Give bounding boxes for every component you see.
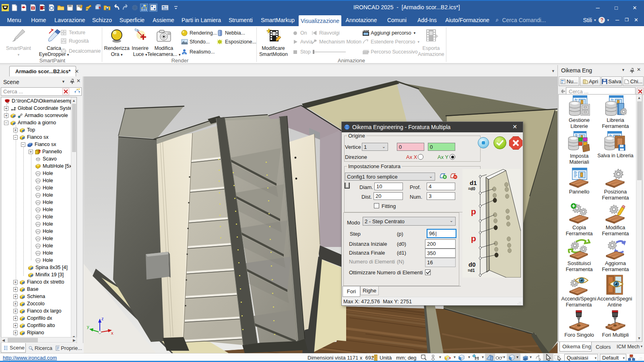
svg-text:y: y — [87, 324, 89, 329]
svg-text:=d1: =d1 — [468, 268, 475, 273]
svg-text:x: x — [111, 331, 114, 335]
svg-text:d0: d0 — [469, 261, 476, 268]
svg-text:=d0: =d0 — [468, 187, 475, 191]
svg-text:d1: d1 — [470, 179, 477, 186]
svg-text:p: p — [471, 234, 476, 243]
svg-text:p: p — [471, 207, 476, 216]
svg-text:z: z — [101, 316, 104, 321]
